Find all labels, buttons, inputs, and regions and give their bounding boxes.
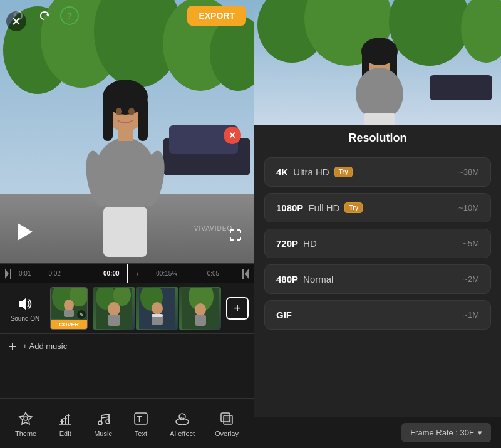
timeline-cursor (127, 264, 128, 283)
toolbar-edit[interactable]: Edit (50, 405, 80, 442)
resolution-panel: Resolution 4K Ultra HD Try ~38M 1080P Fu… (254, 119, 501, 417)
add-clip-button[interactable]: + (226, 297, 249, 320)
add-music-label: + Add music (23, 341, 67, 351)
svg-point-33 (64, 300, 74, 311)
overlay-icon (218, 410, 235, 427)
help-button[interactable]: ? (60, 6, 79, 25)
timeline-end-icon (239, 269, 249, 279)
strip-frame-3 (179, 287, 221, 330)
res-left-720p: 720P HD (276, 238, 317, 249)
theme-label: Theme (15, 430, 36, 437)
timeline-start-icon (5, 269, 15, 279)
toolbar-theme[interactable]: Theme (9, 405, 43, 442)
res-desc-720p: HD (303, 238, 317, 249)
svg-point-47 (195, 303, 206, 316)
svg-rect-39 (108, 315, 120, 326)
strip-frame-1 (93, 287, 135, 330)
res-size-gif: ~1M (463, 310, 479, 320)
strip-frame-2 (136, 287, 178, 330)
top-controls: ? EXPORT (0, 5, 254, 26)
theme-icon (17, 410, 34, 427)
svg-rect-48 (195, 315, 206, 326)
res-left-480p: 480P Normal (276, 274, 333, 284)
svg-point-38 (108, 302, 120, 316)
redo-button[interactable] (34, 5, 55, 26)
svg-marker-27 (245, 269, 249, 279)
toolbar-text[interactable]: T Text (126, 405, 156, 442)
res-size-4k: ~38M (458, 167, 479, 177)
video-frame: VIVAVIDEO. (0, 0, 254, 263)
try-badge-1080p[interactable]: Try (344, 202, 363, 213)
text-icon: T (132, 410, 150, 427)
video-strip[interactable] (93, 287, 221, 330)
svg-point-51 (24, 417, 28, 420)
svg-marker-23 (46, 14, 49, 17)
timeline-ticks: 0:01 0:02 00:00 / 00:15¼ 0:05 0:06 (19, 264, 235, 283)
svg-point-19 (128, 108, 135, 115)
svg-line-58 (101, 417, 109, 418)
timeline-bar[interactable]: 0:01 0:02 00:00 / 00:15¼ 0:05 0:06 (0, 263, 254, 283)
svg-rect-11 (103, 97, 113, 141)
svg-point-74 (356, 68, 403, 120)
edit-label: Edit (59, 430, 71, 437)
fullscreen-button[interactable] (226, 226, 245, 244)
play-button[interactable] (13, 219, 38, 244)
sound-control[interactable]: Sound ON (5, 295, 45, 322)
sound-label: Sound ON (11, 315, 40, 322)
res-left-gif: GIF (276, 310, 292, 320)
try-badge-4k[interactable]: Try (334, 167, 353, 177)
text-label: Text (135, 430, 147, 437)
bottom-toolbar: Theme Edit (0, 398, 254, 448)
close-button[interactable] (6, 11, 26, 31)
res-size-480p: ~2M (463, 274, 479, 284)
svg-marker-29 (19, 298, 26, 310)
toolbar-overlay[interactable]: Overlay (209, 405, 245, 442)
res-label-gif: GIF (276, 310, 292, 320)
left-panel: VIVAVIDEO. ? (0, 0, 254, 448)
ai-effect-icon (173, 410, 191, 427)
svg-rect-17 (118, 128, 133, 141)
resolution-option-gif[interactable]: GIF ~1M (264, 300, 491, 330)
frame-rate-label: Frame Rate : 30F (410, 428, 474, 437)
video-track-row: Sound ON COVER ✎ (0, 283, 254, 333)
res-left-4k: 4K Ultra HD Try (276, 167, 353, 177)
frame-rate-button[interactable]: Frame Rate : 30F ▾ (401, 423, 491, 442)
res-label-480p: 480P (276, 274, 298, 284)
res-label-4k: 4K (276, 167, 288, 177)
svg-marker-24 (18, 223, 33, 241)
svg-rect-34 (64, 310, 74, 317)
export-preview-thumb (254, 0, 501, 125)
res-size-720p: ~5M (463, 239, 479, 248)
resolution-title: Resolution (264, 132, 491, 145)
resolution-option-480p[interactable]: 480P Normal ~2M (264, 264, 491, 294)
music-label: Music (94, 430, 112, 437)
svg-rect-28 (242, 269, 244, 279)
cover-thumbnail[interactable]: COVER ✎ (50, 287, 88, 330)
right-panel: Resolution 4K Ultra HD Try ~38M 1080P Fu… (254, 0, 501, 448)
toolbar-ai-effect[interactable]: AI effect (163, 405, 201, 442)
resolution-option-1080p[interactable]: 1080P Full HD Try ~10M (264, 193, 491, 222)
add-music-row[interactable]: + Add music (0, 333, 254, 358)
res-label-1080p: 1080P (276, 202, 303, 213)
svg-rect-26 (10, 269, 11, 279)
delete-badge[interactable]: ✕ (224, 127, 241, 144)
toolbar-music[interactable]: Music (88, 405, 118, 442)
res-desc-480p: Normal (303, 274, 333, 284)
svg-text:T: T (137, 415, 142, 424)
frame-rate-chevron: ▾ (478, 428, 482, 437)
svg-marker-25 (5, 269, 9, 279)
cover-edit-icon[interactable]: ✎ (77, 310, 86, 319)
res-desc-1080p: Full HD (308, 202, 339, 213)
svg-rect-76 (430, 75, 492, 100)
svg-point-42 (152, 302, 163, 315)
svg-rect-12 (138, 97, 148, 141)
svg-point-18 (116, 108, 122, 115)
video-preview-area: VIVAVIDEO. ? (0, 0, 254, 263)
svg-rect-16 (103, 207, 147, 257)
svg-rect-44 (152, 314, 163, 317)
resolution-option-4k[interactable]: 4K Ultra HD Try ~38M (264, 157, 491, 187)
res-left-1080p: 1080P Full HD Try (276, 202, 363, 213)
export-button[interactable]: EXPORT (187, 6, 246, 26)
resolution-option-720p[interactable]: 720P HD ~5M (264, 229, 491, 258)
res-desc-4k: Ultra HD (293, 167, 329, 177)
